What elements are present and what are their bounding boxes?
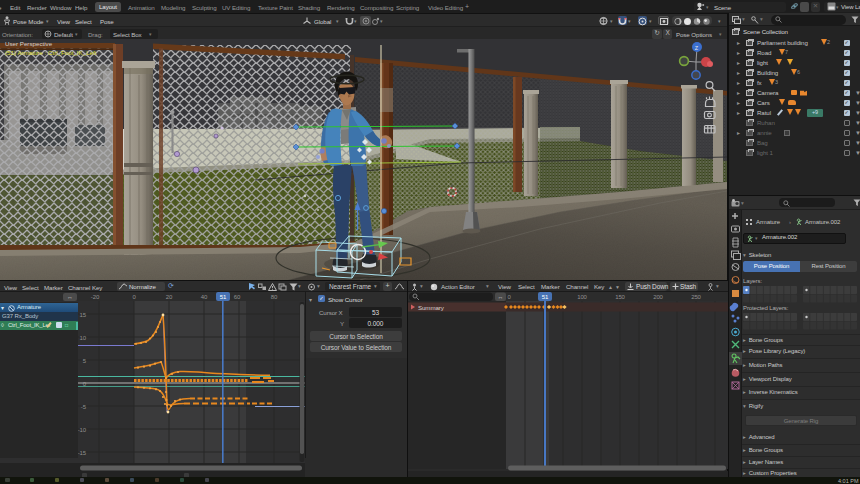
svg-text:60: 60 bbox=[234, 294, 241, 300]
svg-text:20: 20 bbox=[166, 294, 173, 300]
svg-text:100: 100 bbox=[577, 294, 587, 300]
svg-text:Summary: Summary bbox=[418, 304, 445, 311]
svg-text:-10: -10 bbox=[78, 427, 87, 433]
svg-text:↔: ↔ bbox=[498, 294, 504, 300]
svg-text:15: 15 bbox=[80, 312, 87, 318]
svg-text:User Perspective: User Perspective bbox=[5, 40, 53, 47]
svg-text:250: 250 bbox=[691, 294, 701, 300]
svg-text:10: 10 bbox=[80, 335, 87, 341]
svg-text:40: 40 bbox=[201, 294, 208, 300]
svg-text:(51) Armature : Ctrl_Foot_IK_L: (51) Armature : Ctrl_Foot_IK_Left bbox=[5, 49, 97, 56]
svg-text:-5: -5 bbox=[81, 404, 87, 410]
svg-text:-15: -15 bbox=[78, 450, 87, 456]
svg-text:150: 150 bbox=[615, 294, 625, 300]
svg-text:51: 51 bbox=[542, 294, 549, 300]
svg-text:51: 51 bbox=[220, 294, 227, 300]
svg-text:200: 200 bbox=[653, 294, 663, 300]
svg-text:80: 80 bbox=[271, 294, 278, 300]
svg-text:-20: -20 bbox=[91, 294, 100, 300]
svg-text:↔: ↔ bbox=[67, 294, 73, 300]
